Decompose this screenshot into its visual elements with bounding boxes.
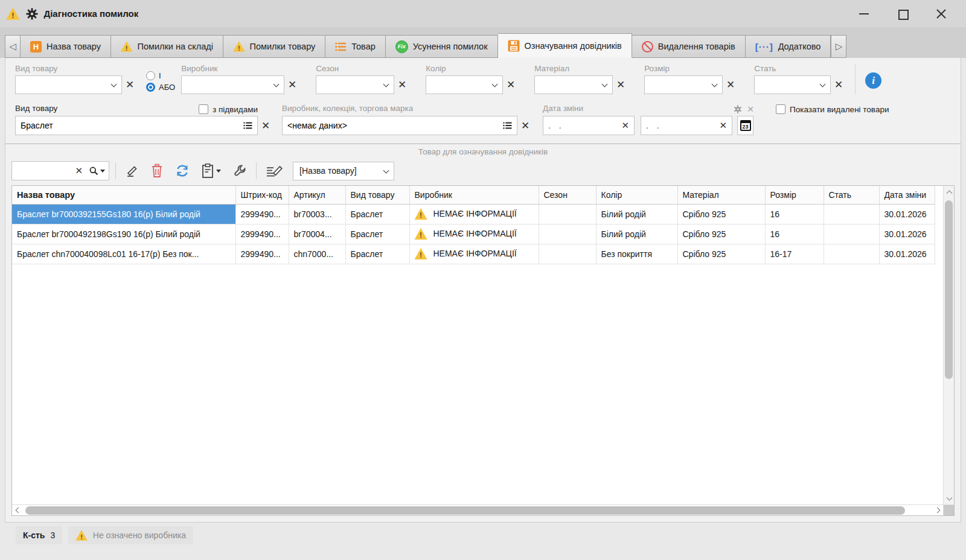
date-from-clear-icon[interactable]: ✕	[621, 120, 629, 131]
list-picker-icon[interactable]	[503, 122, 512, 129]
cell-type[interactable]: Браслет	[345, 204, 409, 224]
cell-gender[interactable]	[824, 204, 879, 224]
clear-kolir-button[interactable]	[503, 75, 519, 94]
cell-size[interactable]: 16	[765, 224, 824, 244]
column-header-manufacturer[interactable]: Виробник	[409, 186, 539, 204]
scroll-right-icon[interactable]	[931, 505, 943, 516]
edit-list-button[interactable]	[263, 161, 287, 180]
scroll-down-icon[interactable]	[944, 494, 954, 504]
cell-season[interactable]	[539, 224, 596, 244]
column-header-article[interactable]: Артикул	[289, 186, 345, 204]
vertical-scroll-thumb[interactable]	[945, 200, 953, 379]
manufacturer-field[interactable]	[282, 116, 517, 135]
scroll-up-icon[interactable]	[944, 186, 954, 197]
info-icon[interactable]: i	[865, 72, 881, 89]
search-input[interactable]	[16, 166, 63, 176]
cell-material[interactable]: Срібло 925	[677, 244, 765, 264]
vertical-scrollbar[interactable]	[943, 186, 954, 504]
clear-stat-button[interactable]	[831, 75, 846, 94]
kolir-combo[interactable]	[426, 75, 503, 94]
cell-color[interactable]: Без покриття	[596, 244, 677, 264]
clear-sezon-button[interactable]	[394, 75, 410, 94]
table-row[interactable]: Браслет br7000392155Gs180 16(р) Білий ро…	[12, 204, 935, 224]
refresh-button[interactable]	[173, 161, 192, 180]
material-combo[interactable]	[534, 75, 613, 94]
column-header-type[interactable]: Вид товару	[345, 186, 409, 204]
clear-rozmir-button[interactable]	[723, 75, 738, 94]
tab-dodatkovo[interactable]: [···] Додатково	[746, 35, 831, 58]
cell-name[interactable]: Браслет br7000492198Gs190 16(р) Білий ро…	[12, 224, 235, 244]
tab-scroll-left-button[interactable]: ◁	[5, 35, 21, 58]
search-clear-icon[interactable]: ✕	[75, 165, 83, 176]
column-header-name[interactable]: Назва товару	[12, 186, 235, 204]
vid-tovaru-field[interactable]	[15, 116, 258, 135]
calendar-button[interactable]: 23	[737, 116, 753, 135]
date-clear-icon[interactable]: ✕	[747, 104, 754, 114]
table-row[interactable]: Браслет chn700040098Lc01 16-17(р) Без по…	[12, 244, 935, 264]
rozmir-combo[interactable]	[644, 75, 723, 94]
clear-manufacturer-button[interactable]	[517, 116, 533, 135]
tab-nazva-tovaru[interactable]: Н Назва товару	[21, 35, 111, 58]
clear-vid-tovaru-button[interactable]	[122, 75, 138, 94]
tab-vydalennya-tovariv[interactable]: Видалення товарів	[632, 35, 746, 58]
edit-button[interactable]	[122, 161, 141, 180]
cell-color[interactable]: Білий родій	[596, 224, 677, 244]
cell-date[interactable]: 30.01.2026	[879, 224, 935, 244]
date-to-clear-icon[interactable]: ✕	[719, 120, 727, 131]
date-from-field[interactable]: . . ✕	[543, 116, 635, 135]
clear-vyrobnyk-button[interactable]	[284, 75, 300, 94]
cell-article[interactable]: br70004...	[289, 224, 345, 244]
tab-pomylky-tovaru[interactable]: Помилки товару	[223, 35, 325, 58]
column-header-barcode[interactable]: Штрих-код	[235, 186, 289, 204]
delete-button[interactable]	[147, 161, 167, 180]
show-deleted-checkbox[interactable]	[776, 104, 785, 114]
cell-type[interactable]: Браслет	[345, 244, 409, 264]
sezon-combo[interactable]	[316, 75, 394, 94]
table-row[interactable]: Браслет br7000492198Gs190 16(р) Білий ро…	[12, 224, 935, 244]
manufacturer-input[interactable]	[287, 121, 499, 130]
cell-size[interactable]: 16	[765, 204, 824, 224]
cell-material[interactable]: Срібло 925	[677, 204, 765, 224]
tab-tovar[interactable]: Товар	[325, 35, 385, 58]
cell-manufacturer[interactable]: НЕМАЄ ІНФОРМАЦІЇ	[409, 224, 539, 244]
minimize-button[interactable]	[859, 8, 869, 19]
tab-scroll-right-button[interactable]: ▷	[831, 35, 846, 58]
clipboard-button[interactable]	[198, 161, 225, 180]
cell-article[interactable]: br70003...	[289, 204, 345, 224]
cell-material[interactable]: Срібло 925	[677, 224, 765, 244]
search-icon[interactable]	[89, 166, 105, 176]
column-header-material[interactable]: Матеріал	[677, 186, 765, 204]
horizontal-scroll-thumb[interactable]	[25, 506, 905, 515]
horizontal-scrollbar[interactable]	[12, 504, 954, 515]
cell-barcode[interactable]: 2999490...	[235, 204, 289, 224]
clear-vid-tovaru2-button[interactable]	[258, 116, 273, 135]
cell-name[interactable]: Браслет chn700040098Lc01 16-17(р) Без по…	[12, 244, 235, 264]
cell-article[interactable]: chn7000...	[289, 244, 345, 264]
cell-type[interactable]: Браслет	[345, 224, 409, 244]
tab-oznachuvannya-dovidnykiv[interactable]: Означування довідників	[498, 33, 632, 58]
column-header-date[interactable]: Дата зміни	[879, 186, 935, 204]
cell-date[interactable]: 30.01.2026	[879, 244, 935, 264]
list-picker-icon[interactable]	[243, 122, 252, 129]
cell-size[interactable]: 16-17	[765, 244, 824, 264]
column-header-gender[interactable]: Стать	[824, 186, 879, 204]
radio-or[interactable]	[146, 83, 155, 92]
cell-color[interactable]: Білий родій	[596, 204, 677, 224]
maximize-button[interactable]	[897, 8, 908, 19]
cell-name[interactable]: Браслет br7000392155Gs180 16(р) Білий ро…	[12, 204, 235, 224]
cell-barcode[interactable]: 2999490...	[235, 224, 289, 244]
close-button[interactable]	[936, 8, 947, 19]
cell-date[interactable]: 30.01.2026	[879, 204, 935, 224]
cell-barcode[interactable]: 2999490...	[235, 244, 289, 264]
search-field[interactable]: ✕	[11, 161, 109, 180]
settings-wrench-button[interactable]	[231, 161, 250, 180]
subtypes-checkbox[interactable]	[199, 104, 208, 114]
scroll-left-icon[interactable]	[12, 505, 24, 516]
column-header-size[interactable]: Розмір	[765, 186, 824, 204]
column-header-season[interactable]: Сезон	[539, 186, 596, 204]
vid-tovaru-input[interactable]	[21, 121, 240, 130]
cell-manufacturer[interactable]: НЕМАЄ ІНФОРМАЦІЇ	[409, 244, 539, 264]
date-gear-icon[interactable]	[734, 105, 742, 113]
column-header-color[interactable]: Колір	[596, 186, 677, 204]
cell-season[interactable]	[539, 244, 596, 264]
